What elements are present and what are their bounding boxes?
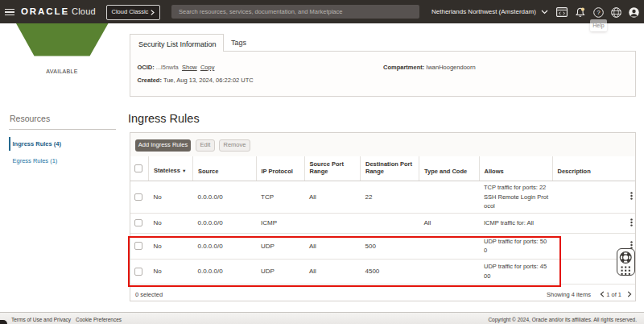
svg-text:?: ? xyxy=(597,9,600,16)
